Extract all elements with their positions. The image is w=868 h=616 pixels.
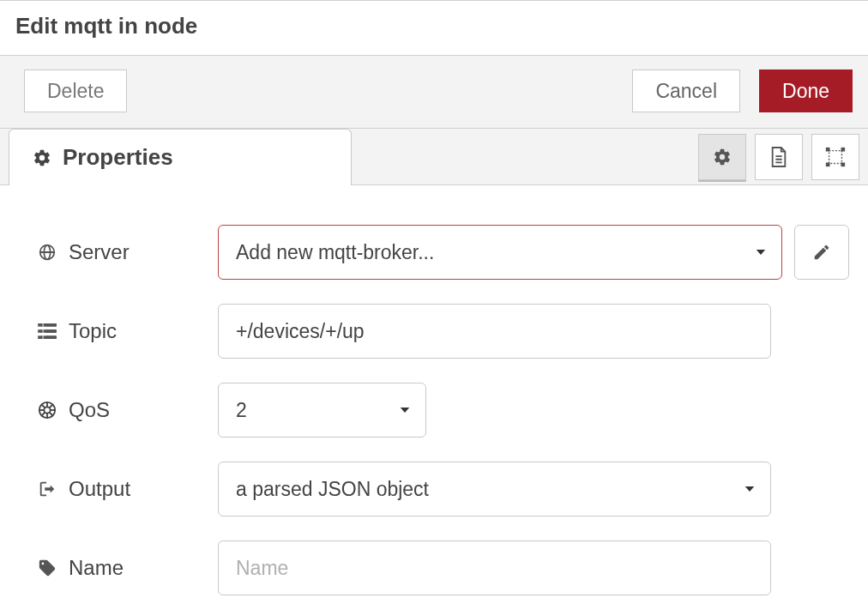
name-control	[218, 541, 849, 595]
dialog-toolbar: Delete Cancel Done	[0, 56, 868, 129]
svg-line-22	[50, 413, 53, 416]
qos-row: QoS 2	[36, 371, 849, 450]
server-select[interactable]: Add new mqtt-broker...	[218, 225, 782, 280]
svg-line-24	[50, 405, 53, 408]
tag-icon	[36, 559, 58, 577]
svg-rect-4	[841, 162, 846, 166]
name-input[interactable]	[218, 541, 771, 595]
qos-select[interactable]: 2	[218, 383, 426, 438]
edit-server-button[interactable]	[794, 225, 849, 280]
qos-select-value: 2	[236, 399, 247, 422]
properties-form: Server Add new mqtt-broker...	[0, 185, 868, 616]
qos-label-text: QoS	[69, 398, 110, 422]
gear-icon	[32, 148, 52, 167]
output-select-value: a parsed JSON object	[236, 478, 429, 501]
empire-icon	[36, 401, 58, 420]
topic-control	[218, 304, 849, 359]
right-tabs	[698, 129, 868, 184]
sign-out-icon	[36, 480, 58, 498]
name-row: Name	[36, 528, 849, 607]
tab-properties[interactable]: Properties	[9, 129, 352, 185]
svg-line-21	[42, 405, 45, 408]
topic-label: Topic	[36, 319, 218, 343]
dialog-header: Edit mqtt in node	[0, 0, 868, 56]
edit-node-dialog: Edit mqtt in node Delete Cancel Done Pro…	[0, 0, 868, 616]
qos-control: 2	[218, 383, 849, 438]
tab-description-icon[interactable]	[755, 134, 803, 180]
name-label: Name	[36, 556, 218, 580]
tab-properties-label: Properties	[63, 144, 173, 171]
qos-label: QoS	[36, 398, 218, 422]
delete-button[interactable]: Delete	[24, 69, 127, 112]
output-select-wrap: a parsed JSON object	[218, 462, 771, 516]
topic-input[interactable]	[218, 304, 771, 359]
cancel-button[interactable]: Cancel	[632, 69, 740, 112]
tab-settings-icon[interactable]	[698, 134, 746, 180]
svg-rect-3	[826, 162, 830, 166]
server-label-text: Server	[69, 240, 130, 264]
topic-row: Topic	[36, 292, 849, 371]
output-control: a parsed JSON object	[218, 462, 849, 516]
done-button[interactable]: Done	[759, 69, 853, 112]
pencil-icon	[812, 243, 831, 262]
globe-icon	[36, 243, 58, 262]
svg-line-23	[42, 413, 45, 416]
server-select-wrap: Add new mqtt-broker...	[218, 225, 782, 280]
server-label: Server	[36, 240, 218, 264]
svg-point-16	[44, 407, 50, 413]
output-label: Output	[36, 477, 218, 501]
server-row: Server Add new mqtt-broker...	[36, 202, 849, 292]
server-select-value: Add new mqtt-broker...	[236, 241, 434, 264]
server-control: Add new mqtt-broker...	[218, 225, 849, 280]
output-select[interactable]: a parsed JSON object	[218, 462, 771, 516]
list-icon	[36, 323, 58, 339]
svg-rect-1	[826, 147, 830, 151]
name-label-text: Name	[69, 556, 124, 580]
svg-rect-0	[829, 150, 842, 163]
qos-select-wrap: 2	[218, 383, 426, 438]
output-row: Output a parsed JSON object	[36, 450, 849, 528]
tabs-row: Properties	[0, 129, 868, 185]
tab-appearance-icon[interactable]	[811, 134, 859, 180]
topic-label-text: Topic	[69, 319, 117, 343]
svg-rect-2	[841, 147, 846, 151]
dialog-title: Edit mqtt in node	[15, 13, 853, 39]
output-label-text: Output	[69, 477, 130, 501]
